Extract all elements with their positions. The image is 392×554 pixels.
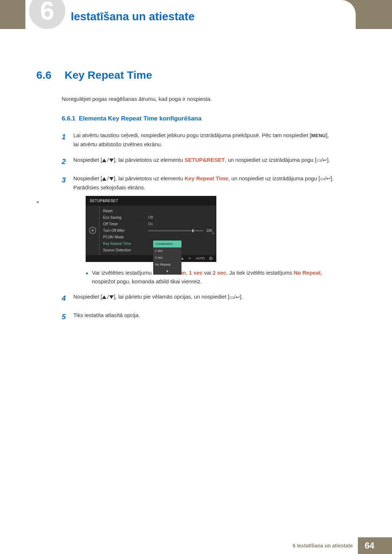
step-number: 4 xyxy=(62,292,68,304)
subsection-heading: 6.6.1 Elementa Key Repeat Time konfigurē… xyxy=(62,115,334,122)
osd-item-eco: Eco Saving xyxy=(103,215,143,221)
step-number: 5 xyxy=(62,311,68,323)
enter-source-icon: ▭/↩ xyxy=(317,156,327,164)
step-number: 3 xyxy=(62,174,68,186)
osd-jog-icon xyxy=(89,227,96,234)
osd-dropdown-arrow-icon: ▼ xyxy=(153,268,181,275)
subsection-number: 6.6.1 xyxy=(62,115,75,122)
step-4: 4 Nospiediet [/], lai pārietu pie vēlamā… xyxy=(62,292,334,304)
chapter-title: Iestatīšana un atiestate xyxy=(71,10,195,23)
step-3: 3 Nospiediet [/], lai pārvietotos uz ele… xyxy=(62,174,334,286)
step-5: 5 Tiks iestatīta atlasītā opcija. xyxy=(62,311,334,323)
hl-2sec: 2 sec xyxy=(213,270,226,276)
osd-value-eco: Off xyxy=(145,215,212,221)
step-2: 2 Nospiediet [/], lai pārvietotos uz ele… xyxy=(62,156,334,168)
osd-slider xyxy=(148,230,203,231)
osd-right-arrow-icon: ► xyxy=(212,230,215,237)
osd-option-1sec: 1 sec xyxy=(153,247,181,254)
key-repeat-highlight: Key Repeat Time xyxy=(185,175,229,181)
osd-item-reset: Reset xyxy=(103,208,143,214)
enter-source-icon: ▭/↩ xyxy=(229,293,240,301)
osd-item-offtimer: Off Timer xyxy=(103,221,143,227)
step-3-bullet: ● Var izvēlēties iestatījumu Acceleratio… xyxy=(86,268,334,286)
step-number: 1 xyxy=(62,131,68,143)
page-content: 6.6 Key Repeat Time Noregulējiet pogas r… xyxy=(36,69,334,329)
section-heading: 6.6 Key Repeat Time xyxy=(36,69,334,81)
step-number: 2 xyxy=(62,156,68,168)
osd-dropdown: Acceleration 1 sec 2 sec No Repeat ▼ xyxy=(153,241,181,275)
osd-foot-enter-icon: ↩ xyxy=(188,256,191,261)
osd-item-turnoff: Turn Off After xyxy=(103,228,143,234)
osd-option-norepeat: No Repeat xyxy=(153,261,181,268)
hl-1sec: 1 sec xyxy=(189,270,203,276)
osd-item-keyrepeat: Key Repeat Time xyxy=(103,241,143,247)
osd-item-source: Source Detection xyxy=(103,247,143,254)
osd-foot-auto: AUTO xyxy=(196,256,205,261)
footer-edge xyxy=(381,537,392,554)
osd-option-acceleration: Acceleration xyxy=(153,241,181,247)
osd-value-offtimer: On xyxy=(145,221,212,227)
menu-key-icon: MENU xyxy=(311,133,326,138)
osd-option-2sec: 2 sec xyxy=(153,254,181,261)
bullet-icon: ● xyxy=(86,270,88,286)
steps-list: 1 Lai atvērtu taustiņu ceļvedi, nospiedi… xyxy=(62,131,334,323)
section-title: Key Repeat Time xyxy=(65,69,152,81)
footer-chapter-label: 6 Iestatīšana un atiestate xyxy=(293,543,358,549)
section-intro: Noregulējiet pogas reaģēšanas ātrumu, ka… xyxy=(62,96,334,102)
section-number: 6.6 xyxy=(36,69,58,81)
footer-page-number: 64 xyxy=(358,537,381,554)
subsection-title: Elementa Key Repeat Time konfigurēšana xyxy=(79,115,201,122)
osd-screenshot: SETUP&RESET ◄ ► Reset Eco Saving:Off Off… xyxy=(86,196,334,262)
up-down-icon: / xyxy=(102,293,114,302)
page-footer: 6 Iestatīšana un atiestate 64 xyxy=(0,537,392,554)
osd-left-arrow-icon: ◄ xyxy=(36,199,39,205)
hl-norepeat: No Repeat xyxy=(294,270,320,276)
up-down-icon: / xyxy=(102,174,114,183)
osd-footer: ◄ ▼ ▲ ↩ AUTO ⏻ xyxy=(86,255,216,262)
osd-title: SETUP&RESET xyxy=(86,196,216,206)
osd-foot-power-icon: ⏻ xyxy=(209,256,212,261)
setup-reset-highlight: SETUP&RESET xyxy=(185,157,225,163)
osd-item-pcav: PC/AV Mode xyxy=(103,234,143,241)
step-1: 1 Lai atvērtu taustiņu ceļvedi, nospiedi… xyxy=(62,131,334,149)
enter-source-icon: ▭/↩ xyxy=(320,175,331,183)
up-down-icon: / xyxy=(102,156,114,165)
